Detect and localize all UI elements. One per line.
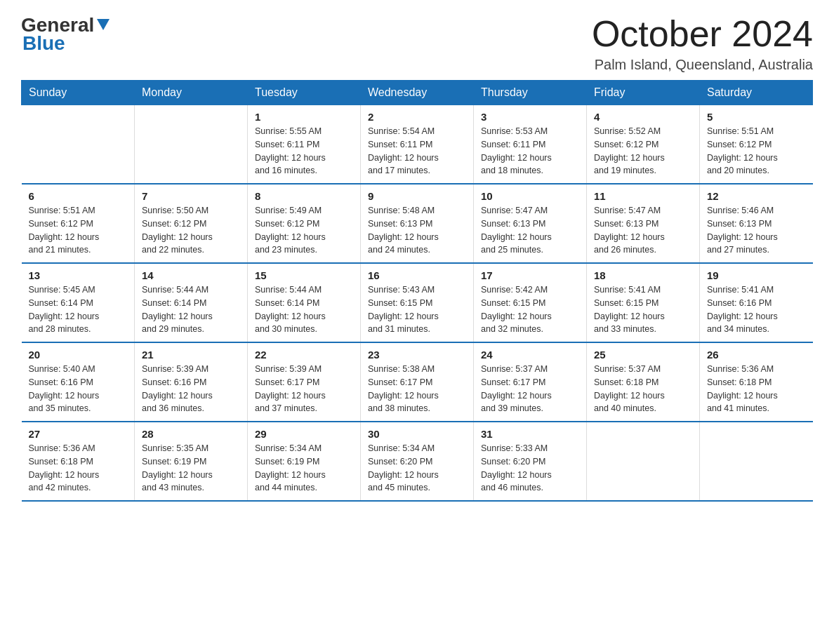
day-number: 3	[481, 111, 579, 123]
calendar-day-cell: 27Sunrise: 5:36 AM Sunset: 6:18 PM Dayli…	[22, 422, 135, 501]
day-number: 29	[255, 428, 353, 440]
day-number: 28	[142, 428, 240, 440]
day-info: Sunrise: 5:38 AM Sunset: 6:17 PM Dayligh…	[368, 363, 466, 415]
day-number: 12	[707, 190, 806, 202]
svg-marker-0	[97, 19, 110, 30]
day-number: 5	[707, 111, 806, 123]
day-number: 13	[29, 269, 128, 281]
calendar-day-cell: 9Sunrise: 5:48 AM Sunset: 6:13 PM Daylig…	[361, 184, 474, 263]
day-info: Sunrise: 5:50 AM Sunset: 6:12 PM Dayligh…	[142, 204, 240, 257]
day-info: Sunrise: 5:48 AM Sunset: 6:13 PM Dayligh…	[368, 204, 466, 257]
day-info: Sunrise: 5:44 AM Sunset: 6:14 PM Dayligh…	[142, 283, 240, 336]
calendar-week-row: 27Sunrise: 5:36 AM Sunset: 6:18 PM Dayli…	[22, 422, 813, 501]
day-info: Sunrise: 5:34 AM Sunset: 6:19 PM Dayligh…	[255, 442, 353, 495]
calendar-day-cell: 29Sunrise: 5:34 AM Sunset: 6:19 PM Dayli…	[248, 422, 361, 501]
day-info: Sunrise: 5:41 AM Sunset: 6:15 PM Dayligh…	[594, 283, 692, 336]
calendar-day-cell: 10Sunrise: 5:47 AM Sunset: 6:13 PM Dayli…	[474, 184, 587, 263]
day-number: 23	[368, 349, 466, 361]
day-number: 30	[368, 428, 466, 440]
day-info: Sunrise: 5:52 AM Sunset: 6:12 PM Dayligh…	[594, 125, 692, 177]
calendar-header-thursday: Thursday	[474, 81, 587, 105]
calendar-day-cell: 31Sunrise: 5:33 AM Sunset: 6:20 PM Dayli…	[474, 422, 587, 501]
day-info: Sunrise: 5:42 AM Sunset: 6:15 PM Dayligh…	[481, 283, 579, 336]
calendar-header-saturday: Saturday	[700, 81, 813, 105]
calendar-day-cell: 16Sunrise: 5:43 AM Sunset: 6:15 PM Dayli…	[361, 263, 474, 342]
day-info: Sunrise: 5:34 AM Sunset: 6:20 PM Dayligh…	[368, 442, 466, 495]
day-number: 16	[368, 269, 466, 281]
logo-triangle-icon	[95, 16, 111, 32]
day-info: Sunrise: 5:49 AM Sunset: 6:12 PM Dayligh…	[255, 204, 353, 257]
calendar-day-cell: 21Sunrise: 5:39 AM Sunset: 6:16 PM Dayli…	[135, 342, 248, 422]
calendar-day-cell: 18Sunrise: 5:41 AM Sunset: 6:15 PM Dayli…	[587, 263, 700, 342]
day-info: Sunrise: 5:51 AM Sunset: 6:12 PM Dayligh…	[707, 125, 806, 177]
calendar-day-cell: 24Sunrise: 5:37 AM Sunset: 6:17 PM Dayli…	[474, 342, 587, 422]
day-number: 20	[29, 349, 128, 361]
day-info: Sunrise: 5:33 AM Sunset: 6:20 PM Dayligh…	[481, 442, 579, 495]
day-number: 22	[255, 349, 353, 361]
day-info: Sunrise: 5:47 AM Sunset: 6:13 PM Dayligh…	[481, 204, 579, 257]
day-info: Sunrise: 5:39 AM Sunset: 6:17 PM Dayligh…	[255, 363, 353, 415]
day-number: 10	[481, 190, 579, 202]
calendar-week-row: 1Sunrise: 5:55 AM Sunset: 6:11 PM Daylig…	[22, 105, 813, 185]
calendar-day-cell: 14Sunrise: 5:44 AM Sunset: 6:14 PM Dayli…	[135, 263, 248, 342]
day-info: Sunrise: 5:47 AM Sunset: 6:13 PM Dayligh…	[594, 204, 692, 257]
calendar-day-cell	[135, 105, 248, 185]
day-info: Sunrise: 5:54 AM Sunset: 6:11 PM Dayligh…	[368, 125, 466, 177]
day-number: 6	[29, 190, 128, 202]
calendar-header-row: SundayMondayTuesdayWednesdayThursdayFrid…	[22, 81, 813, 105]
calendar-day-cell: 30Sunrise: 5:34 AM Sunset: 6:20 PM Dayli…	[361, 422, 474, 501]
day-info: Sunrise: 5:53 AM Sunset: 6:11 PM Dayligh…	[481, 125, 579, 177]
day-number: 27	[29, 428, 128, 440]
day-number: 9	[368, 190, 466, 202]
page-header: General Blue October 2024 Palm Island, Q…	[21, 14, 813, 73]
day-number: 18	[594, 269, 692, 281]
location-text: Palm Island, Queensland, Australia	[592, 57, 813, 73]
calendar-day-cell: 26Sunrise: 5:36 AM Sunset: 6:18 PM Dayli…	[700, 342, 813, 422]
day-info: Sunrise: 5:37 AM Sunset: 6:17 PM Dayligh…	[481, 363, 579, 415]
day-number: 15	[255, 269, 353, 281]
day-number: 17	[481, 269, 579, 281]
calendar-day-cell: 12Sunrise: 5:46 AM Sunset: 6:13 PM Dayli…	[700, 184, 813, 263]
calendar-day-cell: 5Sunrise: 5:51 AM Sunset: 6:12 PM Daylig…	[700, 105, 813, 185]
day-info: Sunrise: 5:43 AM Sunset: 6:15 PM Dayligh…	[368, 283, 466, 336]
calendar-day-cell: 17Sunrise: 5:42 AM Sunset: 6:15 PM Dayli…	[474, 263, 587, 342]
day-info: Sunrise: 5:36 AM Sunset: 6:18 PM Dayligh…	[29, 442, 128, 495]
calendar-day-cell	[587, 422, 700, 501]
day-number: 25	[594, 349, 692, 361]
day-number: 8	[255, 190, 353, 202]
logo-blue-text: Blue	[22, 32, 65, 54]
calendar-week-row: 13Sunrise: 5:45 AM Sunset: 6:14 PM Dayli…	[22, 263, 813, 342]
calendar-header-monday: Monday	[135, 81, 248, 105]
calendar-week-row: 6Sunrise: 5:51 AM Sunset: 6:12 PM Daylig…	[22, 184, 813, 263]
calendar-day-cell: 1Sunrise: 5:55 AM Sunset: 6:11 PM Daylig…	[248, 105, 361, 185]
calendar-header-sunday: Sunday	[22, 81, 135, 105]
calendar-table: SundayMondayTuesdayWednesdayThursdayFrid…	[21, 80, 813, 502]
day-number: 4	[594, 111, 692, 123]
calendar-header-wednesday: Wednesday	[361, 81, 474, 105]
calendar-day-cell: 3Sunrise: 5:53 AM Sunset: 6:11 PM Daylig…	[474, 105, 587, 185]
calendar-day-cell	[700, 422, 813, 501]
calendar-header-tuesday: Tuesday	[248, 81, 361, 105]
day-info: Sunrise: 5:40 AM Sunset: 6:16 PM Dayligh…	[29, 363, 128, 415]
day-number: 1	[255, 111, 353, 123]
day-number: 21	[142, 349, 240, 361]
day-number: 24	[481, 349, 579, 361]
calendar-day-cell: 4Sunrise: 5:52 AM Sunset: 6:12 PM Daylig…	[587, 105, 700, 185]
logo: General Blue	[21, 14, 111, 55]
calendar-week-row: 20Sunrise: 5:40 AM Sunset: 6:16 PM Dayli…	[22, 342, 813, 422]
day-number: 7	[142, 190, 240, 202]
calendar-day-cell: 8Sunrise: 5:49 AM Sunset: 6:12 PM Daylig…	[248, 184, 361, 263]
day-info: Sunrise: 5:41 AM Sunset: 6:16 PM Dayligh…	[707, 283, 806, 336]
day-info: Sunrise: 5:36 AM Sunset: 6:18 PM Dayligh…	[707, 363, 806, 415]
day-info: Sunrise: 5:45 AM Sunset: 6:14 PM Dayligh…	[29, 283, 128, 336]
day-info: Sunrise: 5:39 AM Sunset: 6:16 PM Dayligh…	[142, 363, 240, 415]
calendar-day-cell: 2Sunrise: 5:54 AM Sunset: 6:11 PM Daylig…	[361, 105, 474, 185]
day-number: 26	[707, 349, 806, 361]
calendar-day-cell: 25Sunrise: 5:37 AM Sunset: 6:18 PM Dayli…	[587, 342, 700, 422]
calendar-day-cell: 22Sunrise: 5:39 AM Sunset: 6:17 PM Dayli…	[248, 342, 361, 422]
day-info: Sunrise: 5:55 AM Sunset: 6:11 PM Dayligh…	[255, 125, 353, 177]
day-number: 14	[142, 269, 240, 281]
day-number: 19	[707, 269, 806, 281]
calendar-day-cell: 13Sunrise: 5:45 AM Sunset: 6:14 PM Dayli…	[22, 263, 135, 342]
calendar-day-cell: 7Sunrise: 5:50 AM Sunset: 6:12 PM Daylig…	[135, 184, 248, 263]
